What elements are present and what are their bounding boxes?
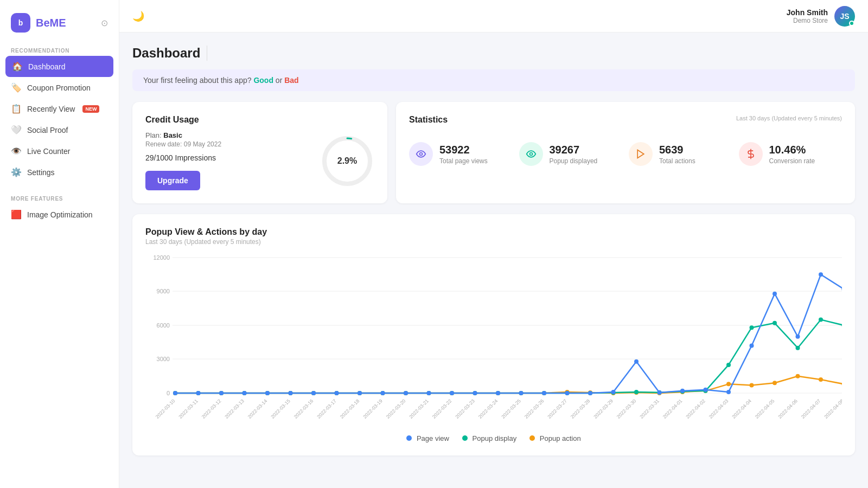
- sidebar-item-label: Dashboard: [28, 62, 66, 71]
- sidebar-item-dashboard[interactable]: 🏠 Dashboard: [5, 56, 113, 77]
- statistics-updated: Last 30 days (Updated every 5 minutes): [736, 115, 842, 121]
- svg-point-44: [842, 382, 843, 386]
- svg-point-72: [773, 321, 777, 325]
- svg-point-99: [680, 389, 685, 393]
- topbar: 🌙 John Smith Demo Store JS: [119, 0, 868, 33]
- popup-displayed-value: 39267: [550, 144, 598, 156]
- svg-text:2022-03-18: 2022-03-18: [339, 398, 361, 420]
- svg-point-84: [335, 391, 339, 395]
- svg-point-98: [658, 390, 662, 395]
- svg-text:2022-03-16: 2022-03-16: [293, 398, 315, 420]
- svg-text:2022-03-11: 2022-03-11: [177, 398, 199, 420]
- avatar[interactable]: JS: [834, 6, 855, 27]
- svg-text:2022-03-25: 2022-03-25: [500, 398, 522, 420]
- svg-text:2022-03-17: 2022-03-17: [316, 398, 337, 420]
- sidebar-item-label: Live Counter: [27, 147, 70, 156]
- svg-point-95: [588, 391, 592, 395]
- svg-point-70: [726, 363, 731, 367]
- statistics-title: Statistics: [409, 115, 448, 125]
- svg-point-71: [750, 325, 754, 330]
- svg-text:2022-03-19: 2022-03-19: [362, 398, 384, 420]
- tag-icon: 🏷️: [11, 82, 22, 93]
- sidebar-item-image-opt[interactable]: 🟥 Image Optimization: [0, 204, 119, 225]
- svg-point-83: [311, 391, 316, 395]
- cards-row: Credit Usage Plan: Basic Renew date: 09 …: [132, 102, 855, 203]
- home-icon: 🏠: [12, 61, 23, 72]
- feedback-bad[interactable]: Bad: [284, 76, 298, 85]
- stat-page-views: 53922 Total page views: [409, 142, 513, 166]
- sidebar-item-social[interactable]: 🤍 Social Proof: [0, 119, 119, 140]
- svg-text:2022-03-29: 2022-03-29: [592, 398, 614, 420]
- svg-text:2022-03-13: 2022-03-13: [224, 398, 245, 420]
- more-features-label: MORE FEATURES: [0, 191, 119, 204]
- sidebar: b BeME ⊙ RECOMMENDATION 🏠 Dashboard 🏷️ C…: [0, 0, 119, 488]
- stat-conversion: 10.46% Conversion rate: [739, 142, 843, 166]
- page-views-value: 53922: [439, 144, 488, 156]
- heart-icon: 🤍: [11, 125, 22, 135]
- moon-icon[interactable]: 🌙: [132, 10, 144, 22]
- sidebar-item-live[interactable]: 👁️ Live Counter: [0, 140, 119, 162]
- svg-text:6000: 6000: [157, 322, 170, 329]
- statistics-card: Statistics Last 30 days (Updated every 5…: [396, 102, 855, 203]
- user-name: John Smith: [787, 8, 828, 17]
- sidebar-item-label: Social Proof: [27, 126, 68, 134]
- sidebar-item-label: Recently View: [27, 105, 75, 113]
- svg-point-105: [819, 272, 823, 277]
- legend-popup-display: Popup display: [462, 434, 516, 442]
- eye-icon: 👁️: [11, 146, 22, 156]
- svg-text:2022-03-14: 2022-03-14: [247, 398, 269, 420]
- credit-renew: Renew date: 09 May 2022: [145, 140, 221, 148]
- chart-legend: Page view Popup display Popup action: [145, 434, 842, 442]
- svg-text:2022-03-10: 2022-03-10: [155, 398, 176, 420]
- svg-point-91: [496, 391, 500, 395]
- svg-text:2022-03-24: 2022-03-24: [477, 398, 499, 420]
- svg-text:2022-03-30: 2022-03-30: [616, 398, 637, 420]
- svg-point-81: [265, 391, 270, 395]
- svg-point-77: [173, 391, 177, 395]
- sidebar-item-label: Coupon Promotion: [27, 84, 91, 92]
- svg-point-92: [519, 391, 524, 395]
- chart-card: Popup View & Actions by day Last 30 days…: [132, 214, 855, 455]
- svg-text:2022-03-28: 2022-03-28: [570, 398, 591, 420]
- svg-point-103: [773, 292, 777, 296]
- svg-point-82: [289, 391, 293, 395]
- popup-displayed-icon: [519, 142, 543, 166]
- sidebar-item-label: Image Optimization: [27, 210, 93, 219]
- total-actions-value: 5639: [659, 144, 695, 156]
- sidebar-item-settings[interactable]: ⚙️ Settings: [0, 162, 119, 183]
- chart-title: Popup View & Actions by day: [145, 227, 842, 237]
- svg-text:2022-04-07: 2022-04-07: [800, 398, 822, 420]
- main-content: 🌙 John Smith Demo Store JS Dashboard You…: [119, 0, 868, 488]
- stat-total-actions: 5639 Total actions: [629, 142, 732, 166]
- svg-point-40: [750, 383, 754, 387]
- app-name: BeME: [36, 17, 66, 29]
- svg-point-85: [358, 391, 362, 395]
- sidebar-item-recently[interactable]: 📋 Recently View New: [0, 98, 119, 119]
- popup-displayed-label: Popup displayed: [550, 157, 598, 165]
- svg-text:2022-03-21: 2022-03-21: [408, 398, 430, 420]
- svg-point-73: [796, 346, 800, 350]
- feedback-banner: Your first feeling about this app? Good …: [132, 69, 855, 91]
- total-actions-icon: [629, 142, 653, 166]
- svg-text:12000: 12000: [153, 254, 170, 261]
- svg-text:2022-03-20: 2022-03-20: [385, 398, 407, 420]
- page-content: Dashboard Your first feeling about this …: [119, 33, 868, 488]
- svg-text:2022-03-15: 2022-03-15: [270, 398, 291, 420]
- svg-point-78: [196, 391, 201, 395]
- svg-text:9000: 9000: [157, 288, 170, 294]
- page-views-label: Total page views: [439, 157, 488, 165]
- svg-point-90: [473, 391, 477, 395]
- upgrade-button[interactable]: Upgrade: [145, 171, 200, 190]
- gear-icon[interactable]: ⊙: [101, 18, 108, 28]
- sidebar-item-coupon[interactable]: 🏷️ Coupon Promotion: [0, 77, 119, 98]
- feedback-or: or: [276, 76, 284, 85]
- svg-point-41: [773, 381, 777, 385]
- feedback-good[interactable]: Good: [253, 76, 273, 85]
- svg-text:2022-03-27: 2022-03-27: [546, 398, 568, 420]
- conversion-icon: [739, 142, 763, 166]
- svg-text:2022-03-26: 2022-03-26: [524, 398, 545, 420]
- svg-point-88: [427, 391, 431, 395]
- page-title-row: Dashboard: [132, 46, 855, 61]
- svg-point-39: [726, 382, 731, 386]
- feedback-text: Your first feeling about this app?: [143, 76, 252, 85]
